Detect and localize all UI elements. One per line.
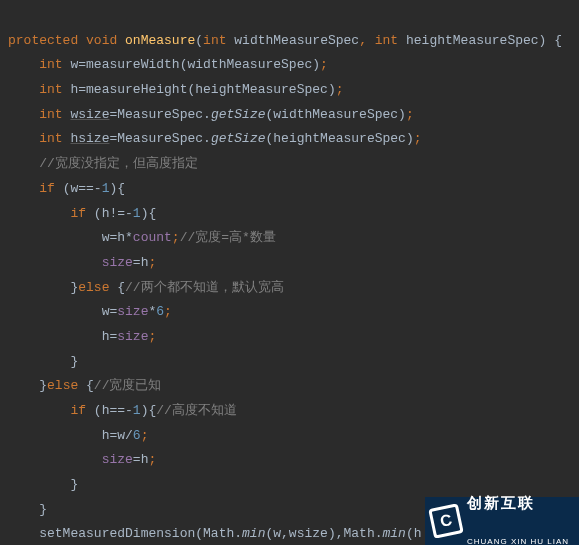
comment: //宽度已知 <box>94 378 162 393</box>
assign: h= <box>102 329 118 344</box>
comment: //高度不知道 <box>156 403 237 418</box>
field-size: size <box>117 304 148 319</box>
eq: =MeasureSpec. <box>109 107 210 122</box>
brace: { <box>78 378 94 393</box>
brace: { <box>109 280 125 295</box>
comment: //宽度没指定，但高度指定 <box>39 156 198 171</box>
brace: } <box>70 354 78 369</box>
param-height: heightMeasureSpec <box>406 33 539 48</box>
brace: } <box>39 502 47 517</box>
semi: ; <box>336 82 344 97</box>
method-name: onMeasure <box>125 33 195 48</box>
watermark-title: 创新互联 <box>467 495 569 512</box>
num: 1 <box>133 403 141 418</box>
comma: , <box>359 33 367 48</box>
cond: (h==- <box>86 403 133 418</box>
kw-else: else <box>78 280 109 295</box>
kw-protected: protected <box>8 33 78 48</box>
paren: ( <box>195 33 203 48</box>
field-size: size <box>102 255 133 270</box>
paren-close: ) { <box>539 33 562 48</box>
cond: (h!=- <box>86 206 133 221</box>
num: 1 <box>133 206 141 221</box>
field-size: size <box>117 329 148 344</box>
param-width: widthMeasureSpec <box>234 33 359 48</box>
assign: w=h* <box>102 230 133 245</box>
semi: ; <box>148 452 156 467</box>
field-size: size <box>102 452 133 467</box>
semi: ; <box>172 230 180 245</box>
watermark: C 创新互联 CHUANG XIN HU LIAN <box>425 497 579 545</box>
brace: ){ <box>141 403 157 418</box>
min: min <box>242 526 265 541</box>
semi: ; <box>148 255 156 270</box>
watermark-subtitle: CHUANG XIN HU LIAN <box>467 538 569 545</box>
var-wsize: wsize <box>70 107 109 122</box>
type-int: int <box>203 33 226 48</box>
watermark-logo-icon: C <box>428 503 464 539</box>
brace: ){ <box>141 206 157 221</box>
semi: ; <box>164 304 172 319</box>
num: 6 <box>156 304 164 319</box>
args: (w,wsize),Math. <box>265 526 382 541</box>
call: setMeasuredDimension(Math. <box>39 526 242 541</box>
eq: =MeasureSpec. <box>109 131 210 146</box>
semi: ; <box>148 329 156 344</box>
type-int: int <box>375 33 398 48</box>
assign-w: w=measureWidth(widthMeasureSpec) <box>70 57 320 72</box>
comment: //两个都不知道，默认宽高 <box>125 280 284 295</box>
semi: ; <box>320 57 328 72</box>
comment: //宽度=高*数量 <box>180 230 276 245</box>
num: 6 <box>133 428 141 443</box>
brace: } <box>70 477 78 492</box>
semi: ; <box>406 107 414 122</box>
type-int: int <box>39 57 62 72</box>
kw-void: void <box>86 33 117 48</box>
cond: (w==- <box>55 181 102 196</box>
field-count: count <box>133 230 172 245</box>
assign: h=w/ <box>102 428 133 443</box>
semi: ; <box>141 428 149 443</box>
kw-if: if <box>70 403 86 418</box>
code-block: protected void onMeasure(int widthMeasur… <box>0 0 579 545</box>
type-int: int <box>39 131 62 146</box>
assign: w= <box>102 304 118 319</box>
kw-if: if <box>70 206 86 221</box>
assign-h: h=measureHeight(heightMeasureSpec) <box>70 82 335 97</box>
type-int: int <box>39 82 62 97</box>
var-hsize: hsize <box>70 131 109 146</box>
assign: =h <box>133 255 149 270</box>
type-int: int <box>39 107 62 122</box>
args: (heightMeasureSpec) <box>265 131 413 146</box>
assign: =h <box>133 452 149 467</box>
min: min <box>383 526 406 541</box>
kw-if: if <box>39 181 55 196</box>
args: (h <box>406 526 422 541</box>
args: (widthMeasureSpec) <box>265 107 405 122</box>
semi: ; <box>414 131 422 146</box>
kw-else: else <box>47 378 78 393</box>
brace: ){ <box>109 181 125 196</box>
getSize: getSize <box>211 107 266 122</box>
getSize: getSize <box>211 131 266 146</box>
brace: } <box>39 378 47 393</box>
